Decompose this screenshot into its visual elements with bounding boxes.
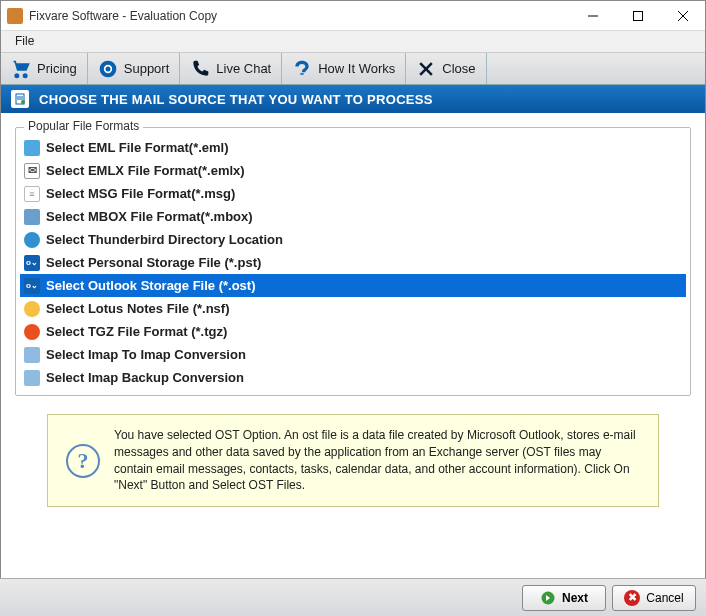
info-box: ? You have selected OST Option. An ost f… [47,414,659,507]
banner-title: CHOOSE THE MAIL SOURCE THAT YOU WANT TO … [39,92,433,107]
format-label: Select MBOX File Format(*.mbox) [46,209,253,224]
format-icon [24,347,40,363]
format-label: Select MSG File Format(*.msg) [46,186,235,201]
format-item[interactable]: Select Lotus Notes File (*.nsf) [20,297,686,320]
file-format-groupbox: Popular File Formats Select EML File For… [15,127,691,396]
format-item[interactable]: Select MBOX File Format(*.mbox) [20,205,686,228]
format-item[interactable]: Select EMLX File Format(*.emlx) [20,159,686,182]
format-list: Select EML File Format(*.eml)Select EMLX… [20,136,686,389]
toolbar-howitworks-label: How It Works [318,61,395,76]
format-label: Select Imap Backup Conversion [46,370,244,385]
format-label: Select Personal Storage File (*.pst) [46,255,261,270]
next-icon [540,590,556,606]
question-icon [292,59,312,79]
menu-bar: File [1,31,705,53]
toolbar-support[interactable]: Support [88,53,181,84]
format-item[interactable]: Select Outlook Storage File (*.ost) [20,274,686,297]
format-item[interactable]: Select Imap To Imap Conversion [20,343,686,366]
format-item[interactable]: Select Thunderbird Directory Location [20,228,686,251]
toolbar-pricing[interactable]: Pricing [1,53,88,84]
cancel-button-label: Cancel [646,591,683,605]
maximize-button[interactable] [615,1,660,30]
svg-rect-1 [633,11,642,20]
window-controls [570,1,705,30]
toolbar-close[interactable]: Close [406,53,486,84]
cart-icon [11,59,31,79]
phone-icon [190,59,210,79]
toolbar-livechat-label: Live Chat [216,61,271,76]
format-label: Select EMLX File Format(*.emlx) [46,163,245,178]
next-button-label: Next [562,591,588,605]
format-label: Select Lotus Notes File (*.nsf) [46,301,229,316]
next-button[interactable]: Next [522,585,606,611]
toolbar-support-label: Support [124,61,170,76]
toolbar-livechat[interactable]: Live Chat [180,53,282,84]
minimize-button[interactable] [570,1,615,30]
format-label: Select Outlook Storage File (*.ost) [46,278,255,293]
format-icon [24,232,40,248]
format-label: Select Thunderbird Directory Location [46,232,283,247]
format-label: Select TGZ File Format (*.tgz) [46,324,227,339]
banner: CHOOSE THE MAIL SOURCE THAT YOU WANT TO … [1,85,705,113]
toolbar-close-label: Close [442,61,475,76]
toolbar-howitworks[interactable]: How It Works [282,53,406,84]
format-icon [24,301,40,317]
format-label: Select Imap To Imap Conversion [46,347,246,362]
format-icon [24,370,40,386]
format-icon [24,140,40,156]
format-icon [24,324,40,340]
info-icon: ? [66,444,100,478]
footer: Next ✖ Cancel [0,578,706,616]
document-icon [11,90,29,108]
svg-point-6 [105,66,110,71]
cancel-icon: ✖ [624,590,640,606]
window-title: Fixvare Software - Evaluation Copy [29,9,570,23]
cancel-button[interactable]: ✖ Cancel [612,585,696,611]
title-bar: Fixvare Software - Evaluation Copy [1,1,705,31]
close-button[interactable] [660,1,705,30]
format-label: Select EML File Format(*.eml) [46,140,229,155]
format-item[interactable]: Select Personal Storage File (*.pst) [20,251,686,274]
svg-point-12 [21,100,25,104]
format-icon [24,186,40,202]
info-text: You have selected OST Option. An ost fil… [114,427,640,494]
app-icon [7,8,23,24]
format-item[interactable]: Select EML File Format(*.eml) [20,136,686,159]
toolbar: Pricing Support Live Chat How It Works C… [1,53,705,85]
format-icon [24,255,40,271]
format-item[interactable]: Select MSG File Format(*.msg) [20,182,686,205]
toolbar-pricing-label: Pricing [37,61,77,76]
format-icon [24,209,40,225]
format-item[interactable]: Select TGZ File Format (*.tgz) [20,320,686,343]
format-item[interactable]: Select Imap Backup Conversion [20,366,686,389]
menu-file[interactable]: File [5,32,44,50]
format-icon [24,278,40,294]
close-icon [416,59,436,79]
groupbox-title: Popular File Formats [24,119,143,133]
support-icon [98,59,118,79]
format-icon [24,163,40,179]
